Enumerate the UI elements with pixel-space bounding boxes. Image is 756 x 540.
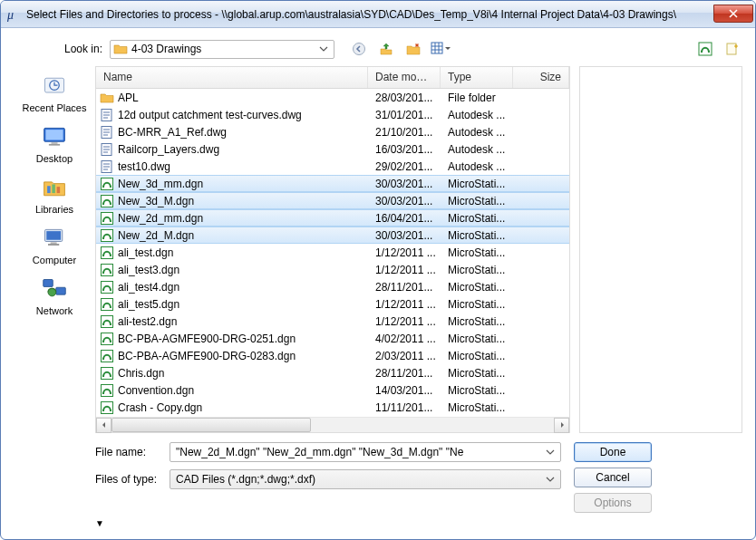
- dwg-icon: [100, 125, 114, 140]
- close-button[interactable]: [713, 5, 753, 23]
- chevron-down-icon[interactable]: [542, 472, 557, 487]
- dgn-icon: [100, 349, 114, 363]
- file-name: Convention.dgn: [118, 384, 194, 397]
- file-type: Autodesk ...: [441, 160, 513, 173]
- look-in-row: Look in: 4-03 Drawings: [59, 39, 742, 59]
- places-item-network[interactable]: Network: [18, 275, 91, 316]
- file-date: 30/03/201...: [368, 195, 441, 207]
- cancel-button[interactable]: Cancel: [574, 468, 652, 487]
- file-row[interactable]: Crash - Copy.dgn11/11/201...MicroStati..…: [96, 399, 569, 416]
- file-row[interactable]: test10.dwg29/02/201...Autodesk ...: [96, 158, 569, 175]
- file-type: MicroStati...: [441, 384, 513, 397]
- dgn-tool-icon[interactable]: [695, 39, 715, 59]
- new-folder-button[interactable]: [403, 39, 423, 59]
- file-row[interactable]: Convention.dgn14/03/201...MicroStati...: [96, 381, 569, 399]
- places-item-recent[interactable]: Recent Places: [18, 72, 91, 113]
- view-menu-button[interactable]: [431, 39, 451, 59]
- column-name[interactable]: Name: [96, 67, 368, 88]
- file-type: File folder: [441, 92, 513, 104]
- file-type: MicroStati...: [441, 350, 513, 362]
- file-row[interactable]: ali_test3.dgn1/12/2011 ...MicroStati...: [96, 261, 569, 278]
- svg-rect-12: [727, 43, 736, 54]
- file-row[interactable]: New_2d_mm.dgn16/04/201...MicroStati...: [96, 209, 569, 227]
- up-one-level-button[interactable]: [376, 39, 396, 59]
- files-of-type-combo[interactable]: CAD Files (*.dgn;*.dwg;*.dxf): [170, 469, 561, 489]
- file-row[interactable]: BC-PBA-AGMFE900-DRG-0283.dgn2/03/2011 ..…: [96, 347, 569, 364]
- svg-rect-20: [49, 144, 60, 146]
- file-name: test10.dwg: [118, 160, 170, 173]
- file-name: New_3d_mm.dgn: [118, 178, 203, 190]
- file-name-combo[interactable]: "New_2d_M.dgn" "New_2d_mm.dgn" "New_3d_M…: [170, 442, 561, 462]
- expand-toggle[interactable]: ▼: [95, 518, 742, 528]
- file-date: 16/03/201...: [368, 143, 441, 156]
- file-type: MicroStati...: [441, 333, 513, 345]
- file-row[interactable]: 12d output catchment test-curves.dwg31/0…: [96, 106, 569, 123]
- svg-rect-28: [44, 280, 53, 287]
- file-row[interactable]: APL28/03/201...File folder: [96, 89, 569, 106]
- svg-rect-6: [431, 43, 442, 53]
- file-row[interactable]: BC-MRR_A1_Ref.dwg21/10/201...Autodesk ..…: [96, 123, 569, 140]
- dialog-buttons: Done Cancel Options: [574, 442, 652, 513]
- places-item-computer[interactable]: Computer: [18, 224, 91, 265]
- file-date: 14/03/201...: [368, 384, 441, 397]
- file-date: 4/02/2011 ...: [368, 333, 441, 345]
- file-row[interactable]: BC-PBA-AGMFE900-DRG-0251.dgn4/02/2011 ..…: [96, 330, 569, 347]
- svg-rect-22: [52, 185, 55, 194]
- titlebar[interactable]: μ Select Files and Directories to proces…: [1, 1, 755, 28]
- svg-rect-26: [51, 242, 57, 244]
- look-in-value: 4-03 Drawings: [131, 43, 312, 55]
- places-item-libraries[interactable]: Libraries: [18, 173, 91, 215]
- file-name: ali-test2.dgn: [118, 315, 177, 328]
- file-row[interactable]: New_2d_M.dgn30/03/201...MicroStati...: [96, 227, 569, 244]
- scroll-track[interactable]: [111, 418, 554, 432]
- file-type: MicroStati...: [441, 401, 513, 414]
- column-type[interactable]: Type: [441, 67, 513, 88]
- file-row[interactable]: New_3d_mm.dgn30/03/201...MicroStati...: [96, 175, 569, 192]
- file-row[interactable]: ali_test5.dgn1/12/2011 ...MicroStati...: [96, 295, 569, 313]
- file-date: 30/03/201...: [368, 178, 441, 190]
- file-row[interactable]: Chris.dgn28/11/201...MicroStati...: [96, 364, 569, 381]
- file-name: New_2d_mm.dgn: [118, 212, 203, 225]
- done-button[interactable]: Done: [574, 442, 652, 462]
- file-type: MicroStati...: [441, 229, 513, 242]
- dwg-icon: [100, 142, 114, 157]
- file-row[interactable]: ali_test4.dgn28/11/201...MicroStati...: [96, 278, 569, 295]
- file-rows[interactable]: APL28/03/201...File folder12d output cat…: [96, 89, 569, 417]
- places-item-label: Desktop: [36, 153, 73, 164]
- svg-rect-25: [46, 231, 61, 240]
- dgn-icon: [100, 314, 114, 329]
- chevron-down-icon[interactable]: [542, 445, 557, 460]
- new-file-tool-icon[interactable]: [722, 39, 742, 59]
- dgn-icon: [100, 246, 114, 260]
- dgn-icon: [100, 177, 114, 191]
- file-name: Chris.dgn: [118, 367, 164, 380]
- scroll-thumb[interactable]: [111, 418, 311, 432]
- file-type: MicroStati...: [441, 212, 513, 225]
- file-date: 2/03/2011 ...: [368, 350, 441, 362]
- column-headers[interactable]: Name Date modif... Type Size: [96, 67, 569, 89]
- horizontal-scrollbar[interactable]: [96, 417, 569, 432]
- file-list[interactable]: Name Date modif... Type Size APL28/03/20…: [95, 66, 570, 433]
- scroll-right-button[interactable]: [554, 418, 569, 433]
- main-area: Recent PlacesDesktopLibrariesComputerNet…: [14, 66, 742, 433]
- places-item-desktop[interactable]: Desktop: [18, 122, 91, 164]
- svg-rect-42: [102, 298, 113, 310]
- file-row[interactable]: ali-test2.dgn1/12/2011 ...MicroStati...: [96, 313, 569, 330]
- column-size[interactable]: Size: [513, 67, 569, 88]
- svg-rect-43: [102, 315, 113, 327]
- file-date: 30/03/201...: [368, 229, 441, 242]
- column-date[interactable]: Date modif...: [368, 67, 441, 88]
- svg-rect-41: [102, 281, 113, 293]
- look-in-combo[interactable]: 4-03 Drawings: [110, 40, 334, 59]
- file-row[interactable]: Railcorp_Layers.dwg16/03/201...Autodesk …: [96, 140, 569, 158]
- svg-rect-18: [45, 130, 63, 140]
- back-button[interactable]: [349, 39, 369, 59]
- file-type: MicroStati...: [441, 178, 513, 190]
- file-row[interactable]: New_3d_M.dgn30/03/201...MicroStati...: [96, 192, 569, 209]
- file-date: 31/01/201...: [368, 109, 441, 121]
- file-row[interactable]: ali_test.dgn1/12/2011 ...MicroStati...: [96, 244, 569, 261]
- chevron-down-icon[interactable]: [315, 42, 331, 57]
- file-date: 21/10/201...: [368, 126, 441, 139]
- scroll-left-button[interactable]: [96, 418, 111, 433]
- file-type: MicroStati...: [441, 246, 513, 259]
